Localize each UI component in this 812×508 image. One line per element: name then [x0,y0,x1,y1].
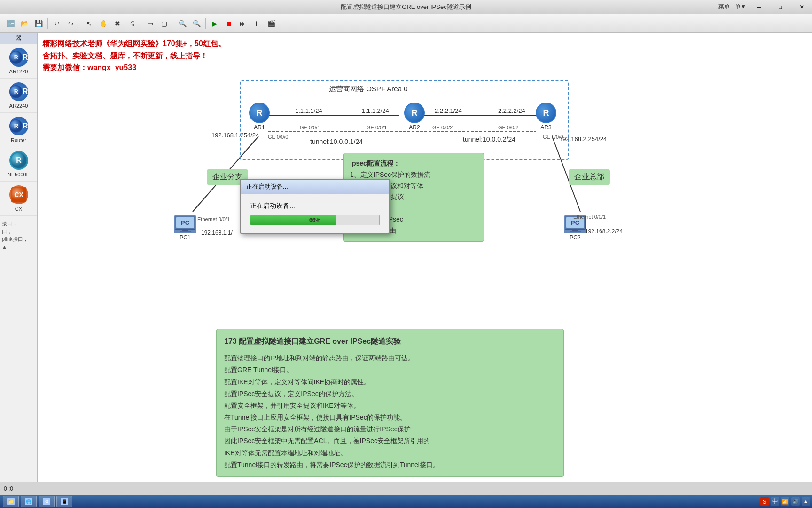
promo-text: 精彩网络技术老师《华为组网实验》170集+，50红包。 含拓扑、实验文档、题库，… [42,38,226,74]
ip-label-4: 2.2.2.2/24 [498,107,525,114]
loading-message: 正在启动设备... [250,202,380,210]
info-line-1: 配置物理接口的IP地址和到对端的静态路由，保证两端路由可达。 [224,352,556,364]
separator-1 [47,18,48,29]
pc1-ip: 192.168.1.1/ [201,230,233,236]
canvas-area: 精彩网络技术老师《华为组网实验》170集+，50红包。 含拓扑、实验文档、题库，… [38,33,812,482]
shape-button[interactable]: ▢ [157,17,171,30]
menu-item-2[interactable]: 单▼ [735,3,746,11]
svg-text:R: R [14,54,18,61]
ipsec-title: ipsec配置流程： [350,158,477,169]
taskbar-app-2[interactable]: 🌐 [21,496,37,507]
svg-text:PC: PC [571,219,580,226]
cx-label: CX [15,206,22,212]
ip-label-3: 2.2.2.1/24 [435,107,462,114]
ar1-icon: R [249,103,270,123]
ar1-node[interactable]: R AR1 [249,103,270,131]
pc2-label: PC2 [570,234,580,241]
delete-button[interactable]: ✖ [111,17,124,30]
rect-button[interactable]: ▭ [143,17,156,30]
svg-text:R: R [14,123,18,129]
save-button[interactable]: 💾 [32,17,45,30]
zoom-in-button[interactable]: 🔍 [176,17,189,30]
svg-rect-22 [570,231,581,232]
tray-time[interactable]: ▲ [802,497,810,506]
pc2-eth: Ethernet 0/0/1 [573,214,606,220]
play-button[interactable]: ▶ [208,17,221,30]
router-label: Router [11,137,26,143]
isp-label: 运营商网络 OSPF Area 0 [329,85,408,94]
svg-text:R: R [16,156,22,164]
print-button[interactable]: 🖨 [125,17,138,30]
taskbar-right: S 中 📶 🔊 ▲ [760,497,810,506]
sidebar-header: 器 [0,33,37,44]
sidebar-item-ar2240[interactable]: R AR2240 [0,79,37,113]
stop-button[interactable]: ⏹ [222,17,235,30]
ip-label-1: 1.1.1.1/24 [295,107,322,114]
pc1-label: PC1 [180,234,190,241]
ar2240-label: AR2240 [9,103,28,109]
taskbar: 📁 🌐 ⚙ 📱 S 中 📶 🔊 ▲ [0,495,812,508]
svg-text:CX: CX [14,191,23,198]
zoom-value: 0 [10,485,13,492]
ar3-icon: R [536,103,556,123]
menu-area: 菜单 单▼ [718,0,746,14]
ip-label-6: 192.168.2.254/24 [559,135,607,143]
tray-network[interactable]: 📶 [781,497,789,506]
if-label-2: GE 0/0/1 [367,125,387,130]
sidebar-item-ne5000e[interactable]: R NE5000E [0,147,37,182]
progress-bar-outer: 66% [250,215,380,225]
taskbar-app-4[interactable]: 📱 [56,496,72,507]
info-line-10: 配置Tunnel接口的转发路由，将需要IPSec保护的数据流引到Tunnel接口… [224,459,556,471]
ip-label-5: 192.168.1.254/24 [211,132,259,139]
dialog-title: 正在启动设备... [241,180,389,194]
undo-button[interactable]: ↩ [50,17,63,30]
separator-2 [80,18,80,29]
separator-4 [173,18,173,29]
select-button[interactable]: ↖ [83,17,96,30]
window-title: 配置虚拟隧道接口建立GRE over IPSec隧道示例 [341,3,471,11]
promo-line1: 精彩网络技术老师《华为组网实验》170集+，50红包。 [42,38,226,50]
new-button[interactable]: 🆕 [4,17,17,30]
ne5000e-label: NE5000E [8,172,30,177]
minimize-button[interactable]: ─ [749,0,770,14]
progress-text: 66% [309,217,320,223]
ar2-node[interactable]: R AR2 [404,103,425,131]
ne5000e-icon: R [9,151,28,170]
menu-item-1[interactable]: 菜单 [718,3,730,11]
pc2-ip: 192.168.2.2/24 [585,228,623,235]
separator-3 [141,18,141,29]
info-title: 173 配置虚拟隧道接口建立GRE over IPSec隧道实验 [224,335,556,349]
skip-button[interactable]: ⏭ [236,17,250,30]
promo-line3: 需要加微信：wangx_yu533 [42,62,226,74]
pan-button[interactable]: ✋ [97,17,110,30]
sidebar-item-cx[interactable]: CX CX [0,182,37,216]
pc1-node[interactable]: PC PC1 [174,215,196,241]
pause-button[interactable]: ⏸ [250,17,264,30]
ar1220-label: AR1220 [9,69,28,74]
tray-ime[interactable]: 中 [771,497,779,506]
pc1-eth: Ethernet 0/0/1 [197,216,230,222]
ar2240-icon: R [9,82,28,101]
open-button[interactable]: 📂 [18,17,31,30]
capture-button[interactable]: 🎬 [265,17,278,30]
ar3-node[interactable]: R AR3 [536,103,556,131]
taskbar-app-1[interactable]: 📁 [3,496,19,507]
close-button[interactable]: ✕ [791,0,812,14]
tray-sound[interactable]: 🔊 [791,497,800,506]
sidebar-item-router[interactable]: R Router [0,113,37,147]
redo-button[interactable]: ↪ [64,17,78,30]
taskbar-app-3[interactable]: ⚙ [39,496,55,507]
zoom-out-button[interactable]: 🔍 [190,17,203,30]
ar1220-icon: R [9,48,28,67]
ip-label-2: 1.1.1.2/24 [362,107,389,114]
info-box: 173 配置虚拟隧道接口建立GRE over IPSec隧道实验 配置物理接口的… [216,329,564,477]
taskbar-icon-4: 📱 [61,498,68,505]
info-line-4: 配置IPSec安全提议，定义IPSec的保护方法。 [224,388,556,400]
zoom-label: 0 : [4,485,10,492]
dialog-title-text: 正在启动设备... [246,183,288,190]
sidebar-item-ar1220[interactable]: R AR1220 [0,44,37,79]
svg-text:R: R [14,88,18,95]
svg-rect-21 [572,229,578,231]
titlebar: 配置虚拟隧道接口建立GRE over IPSec隧道示例 菜单 单▼ ─ □ ✕ [0,0,812,14]
maximize-button[interactable]: □ [770,0,791,14]
